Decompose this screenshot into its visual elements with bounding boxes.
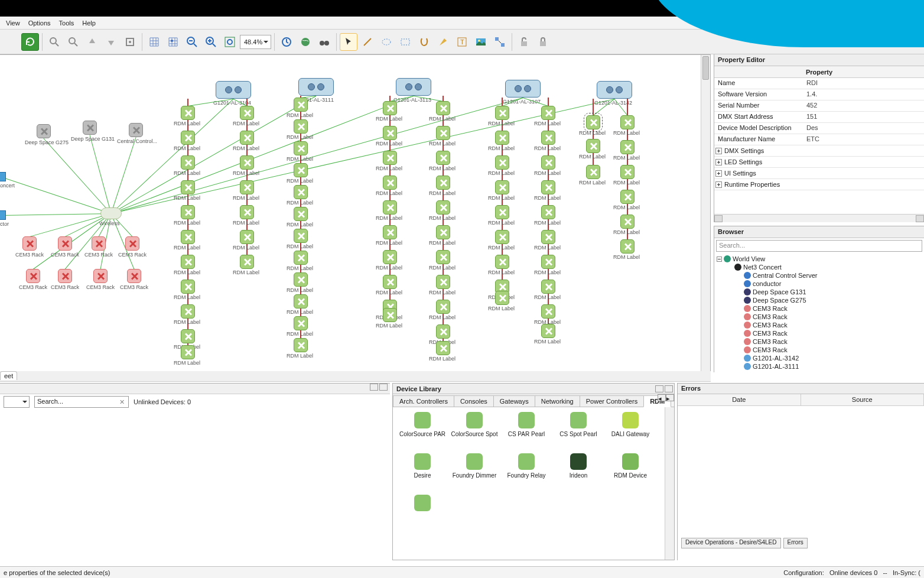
footer-tab-ops[interactable]: Device Operations - Desire/S4LED (681, 538, 781, 548)
property-group[interactable]: Runtime Properties (714, 179, 924, 190)
rdm-node[interactable] (541, 230, 555, 244)
rdm-node[interactable] (240, 205, 254, 219)
gateway-node[interactable] (298, 78, 334, 96)
rack-node[interactable] (93, 269, 108, 283)
rdm-node[interactable] (541, 180, 555, 194)
tree-item[interactable]: G1201-AL-3111 (717, 362, 924, 371)
rdm-node[interactable] (541, 155, 555, 170)
rdm-node[interactable] (495, 205, 509, 219)
rdm-node[interactable] (586, 165, 600, 179)
rdm-node[interactable] (294, 207, 308, 221)
tree-item[interactable]: CEM3 Rack (717, 321, 924, 329)
property-row[interactable]: Serial Number452 (714, 100, 924, 112)
server-node[interactable] (37, 124, 51, 138)
rdm-node[interactable] (436, 300, 450, 314)
arrow-down-icon[interactable] (102, 33, 120, 51)
rdm-node[interactable] (541, 205, 555, 219)
refresh-icon[interactable] (21, 33, 39, 51)
rdm-node[interactable] (294, 294, 308, 309)
rdm-node[interactable] (436, 275, 450, 289)
rdm-node[interactable] (620, 165, 635, 179)
property-row[interactable]: Manufacturer NameETC (714, 134, 924, 145)
rdm-node[interactable] (294, 338, 308, 352)
rdm-node[interactable] (383, 176, 397, 190)
target-icon[interactable] (121, 33, 139, 51)
tree-item[interactable]: CEM3 Rack (717, 337, 924, 346)
tree-item[interactable]: World View (717, 255, 924, 263)
grid-icon[interactable] (145, 33, 163, 51)
rdm-node[interactable] (294, 119, 308, 134)
rack-node[interactable] (26, 269, 40, 283)
tree-item[interactable]: Net3 Concert (717, 263, 924, 271)
gateway-node[interactable] (505, 80, 541, 98)
expand-icon[interactable] (715, 181, 722, 188)
rdm-node[interactable] (620, 115, 635, 129)
rdm-node[interactable] (495, 230, 509, 244)
tree-item[interactable]: Deep Space G131 (717, 288, 924, 296)
rdm-node[interactable] (181, 345, 195, 359)
property-group[interactable]: DMX Settings (714, 145, 924, 157)
rdm-node[interactable] (495, 131, 509, 145)
rdm-node[interactable] (620, 239, 635, 254)
rack-node[interactable] (22, 236, 37, 251)
tree-twisty-icon[interactable] (717, 256, 722, 262)
rdm-node[interactable] (586, 115, 600, 129)
rect-select-icon[interactable] (396, 33, 414, 51)
rdm-node[interactable] (383, 275, 397, 289)
rack-node[interactable] (58, 269, 72, 283)
expand-icon[interactable] (715, 170, 722, 177)
shape-tool-icon[interactable] (415, 33, 433, 51)
property-value[interactable]: RDI (803, 78, 924, 89)
rdm-node[interactable] (436, 225, 450, 239)
gateway-node[interactable] (216, 81, 251, 99)
rdm-node[interactable] (541, 280, 555, 294)
clear-search-icon[interactable]: ✕ (119, 398, 126, 405)
rdm-node[interactable] (541, 255, 555, 269)
gateway-node[interactable] (597, 81, 632, 99)
devlib-tab[interactable]: Consoles (454, 395, 494, 407)
rdm-node[interactable] (436, 151, 450, 165)
rdm-node[interactable] (383, 308, 397, 322)
tree-item[interactable]: Central Control Server (717, 271, 924, 280)
device-library-item[interactable]: ColorSource Spot (448, 412, 500, 453)
ellipse-select-icon[interactable] (378, 33, 395, 51)
property-row[interactable]: Software Version1.4. (714, 89, 924, 100)
rdm-node[interactable] (181, 131, 195, 145)
rdm-node[interactable] (495, 291, 509, 305)
menu-options[interactable]: Options (28, 20, 51, 27)
network-hub[interactable] (100, 207, 122, 219)
device-library-item[interactable]: DALI Gateway (604, 412, 656, 453)
line-tool-icon[interactable] (359, 33, 376, 51)
property-row[interactable]: DMX Start Address151 (714, 112, 924, 123)
connector-icon[interactable] (491, 33, 509, 51)
filter-combo[interactable] (4, 396, 30, 408)
property-value[interactable]: ETC (803, 134, 924, 145)
errors-col-date[interactable]: Date (678, 394, 801, 405)
rack-node[interactable] (92, 236, 106, 251)
property-group[interactable]: UI Settings (714, 168, 924, 179)
device-library-item[interactable]: Foundry Dimmer (448, 453, 500, 495)
rdm-node[interactable] (541, 106, 555, 120)
rdm-node[interactable] (181, 180, 195, 194)
property-value[interactable]: Des (803, 123, 924, 134)
sheet-tab[interactable]: eet (0, 371, 17, 380)
rdm-node[interactable] (620, 140, 635, 154)
device-library-item[interactable]: ColorSource PAR (396, 412, 448, 453)
tree-item[interactable]: CEM3 Rack (717, 346, 924, 354)
rack-node[interactable] (127, 269, 141, 283)
device-library-item[interactable]: RDM Device (604, 453, 656, 495)
text-tool-icon[interactable]: T (453, 33, 471, 51)
panel-dock-icon[interactable] (370, 384, 378, 391)
rdm-node[interactable] (181, 255, 195, 269)
pen-tool-icon[interactable] (434, 33, 452, 51)
rdm-node[interactable] (181, 280, 195, 294)
edge-node[interactable] (0, 210, 6, 220)
rdm-node[interactable] (240, 155, 254, 170)
canvas-scrollbar-v[interactable] (701, 55, 710, 372)
rdm-node[interactable] (240, 255, 254, 269)
lock-icon[interactable] (534, 33, 552, 51)
menu-tools[interactable]: Tools (59, 20, 74, 27)
tab-scroll-right-icon[interactable]: ▸ (666, 394, 674, 401)
devlib-tab[interactable]: Gateways (493, 395, 535, 407)
rdm-node[interactable] (294, 229, 308, 243)
